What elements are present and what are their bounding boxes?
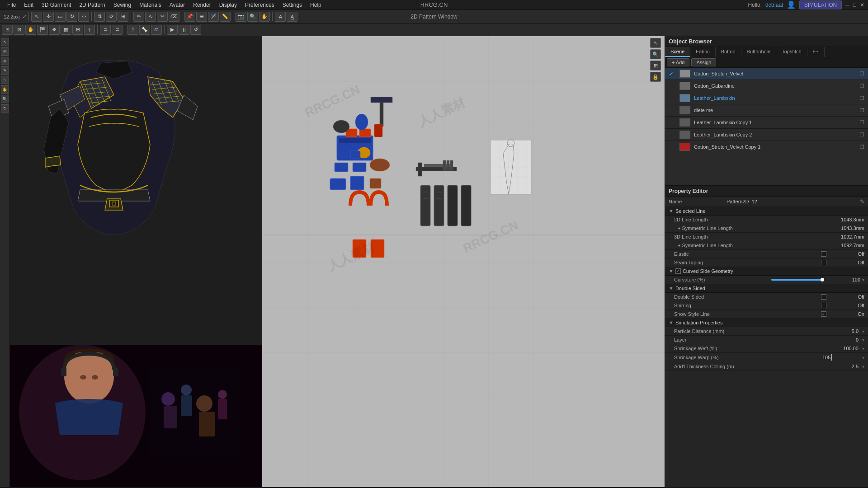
tool-tape[interactable]: 📏 — [220, 12, 231, 22]
pe-particle-distance-edit[interactable]: ▾ — [862, 329, 864, 334]
pe-seam-taping-control[interactable]: Off — [821, 260, 864, 265]
tool-text[interactable]: A — [275, 12, 286, 22]
left-tool-8[interactable]: ↻ — [1, 104, 9, 113]
left-tool-5[interactable]: ⌂ — [1, 76, 9, 84]
menu-display[interactable]: Display — [216, 1, 241, 9]
menu-materials[interactable]: Materials — [136, 1, 165, 9]
tool-zoom[interactable]: 🔍 — [247, 12, 258, 22]
tool-scale[interactable]: ⇔ — [78, 12, 89, 22]
material-item-leather-lambskin-copy1[interactable]: Leather_Lambskin Copy 1 ❐ — [665, 117, 868, 129]
ob-add-button[interactable]: + Add — [667, 58, 689, 66]
tool-bezier[interactable]: ∿ — [145, 12, 156, 22]
menu-2d-pattern[interactable]: 2D Pattern — [75, 1, 108, 9]
tool-cut[interactable]: ✂ — [157, 12, 168, 22]
center-tool-4[interactable]: 🔒 — [650, 72, 661, 82]
close-button[interactable]: ✕ — [860, 2, 864, 8]
pe-section-simulation[interactable]: ▼ Simulation Properties — [665, 319, 868, 327]
tool-draw[interactable]: ✏ — [133, 12, 144, 22]
tool-camera[interactable]: 📷 — [236, 12, 246, 22]
menu-avatar[interactable]: Avatar — [166, 1, 189, 9]
user-icon[interactable]: 👤 — [787, 0, 796, 9]
ob-tab-more[interactable]: F+ — [807, 47, 825, 57]
material-item-cotton-gabardine[interactable]: Cotton_Gabardine ❐ — [665, 80, 868, 92]
menu-sewing[interactable]: Sewing — [110, 1, 135, 9]
tool2-pause[interactable]: ⏸ — [179, 25, 189, 35]
tool2-reset[interactable]: ↺ — [190, 25, 201, 35]
tool-erase[interactable]: ⌫ — [169, 12, 179, 22]
tool2-deselect[interactable]: ⊠ — [14, 25, 24, 35]
tool2-grab[interactable]: ✋ — [25, 25, 36, 35]
tool2-arrange[interactable]: ❖ — [49, 25, 60, 35]
menu-file[interactable]: File — [4, 1, 19, 9]
zoom-expand[interactable]: ⤢ — [22, 14, 26, 19]
pe-checkbox-curved-side[interactable] — [675, 268, 681, 274]
pe-curvature-thumb[interactable] — [821, 278, 824, 282]
tool-rotate[interactable]: ↻ — [66, 12, 77, 22]
pe-show-style-line-control[interactable]: On — [821, 311, 864, 317]
pe-checkbox-show-style-line[interactable] — [821, 311, 826, 317]
pe-checkbox-elastic[interactable] — [821, 251, 826, 257]
material-item-cotton-stretch-velvet-copy1[interactable]: Cotton_Stretch_Velvet Copy 1 ❐ — [665, 141, 868, 153]
tool-text-outline[interactable]: A — [287, 12, 297, 22]
tool-3d-rotate[interactable]: ⟳ — [106, 12, 117, 22]
ob-tab-topstitch[interactable]: Topstitch — [776, 47, 807, 57]
tool2-grid[interactable]: ▦ — [61, 25, 71, 35]
center-tool-1[interactable]: ↖ — [650, 38, 661, 48]
tool-pan[interactable]: ✋ — [259, 12, 270, 22]
left-tool-3[interactable]: ⊕ — [1, 57, 9, 65]
pe-section-curved-side[interactable]: ▼ Curved Side Geometry — [665, 267, 868, 276]
pe-shrinkage-weft-edit[interactable]: ▾ — [862, 346, 864, 351]
ob-assign-button[interactable]: Assign — [691, 58, 716, 66]
tool2-fold[interactable]: ⊃ — [100, 25, 111, 35]
tool-magnet[interactable]: ⊕ — [196, 12, 207, 22]
center-tool-3[interactable]: ⊞ — [650, 61, 661, 70]
tool2-bone[interactable]: 🦴 — [139, 25, 150, 35]
center-tool-2[interactable]: 🔍 — [650, 49, 661, 59]
ob-tab-scene[interactable]: Scene — [665, 47, 690, 57]
pe-double-sided-control[interactable]: Off — [821, 294, 864, 300]
tool2-pattern[interactable]: 🏁 — [37, 25, 48, 35]
material-item-leather-lambskin-copy2[interactable]: Leather_Lambskin Copy 2 ❐ — [665, 129, 868, 141]
tool2-avatar[interactable]: 🕴 — [127, 25, 138, 35]
simulation-button[interactable]: SIMULATION — [799, 0, 842, 9]
tool-sew[interactable]: 🪡 — [208, 12, 219, 22]
menu-settings[interactable]: Settings — [279, 1, 306, 9]
left-tool-4[interactable]: ✎ — [1, 66, 9, 75]
tool2-snap[interactable]: ⊞ — [72, 25, 83, 35]
pe-layer-edit[interactable]: ▾ — [862, 338, 864, 343]
pe-checkbox-seam-taping[interactable] — [821, 260, 826, 265]
pe-checkbox-shirring[interactable] — [821, 303, 826, 308]
menu-preferences[interactable]: Preferences — [241, 1, 278, 9]
tool2-sym[interactable]: ⫯ — [84, 25, 95, 35]
left-tool-1[interactable]: ↖ — [1, 38, 9, 46]
minimize-button[interactable]: ─ — [845, 2, 849, 8]
ob-tab-fabric[interactable]: Fabric — [690, 47, 716, 57]
tool-3d-scale[interactable]: ⊞ — [118, 12, 128, 22]
tool-move[interactable]: ✛ — [43, 12, 54, 22]
tool2-simulate[interactable]: ▶ — [167, 25, 178, 35]
ob-tab-button[interactable]: Button — [716, 47, 741, 57]
left-tool-6[interactable]: ✋ — [1, 85, 9, 94]
tool2-select-all[interactable]: ⊡ — [2, 25, 13, 35]
tool-select[interactable]: ↖ — [31, 12, 42, 22]
pe-curvature-spin[interactable]: ▾ — [862, 277, 864, 282]
ob-tab-buttonhole[interactable]: Buttonhole — [741, 47, 777, 57]
pe-section-double-sided[interactable]: ▼ Double Sided — [665, 284, 868, 293]
pe-curvature-slider[interactable] — [771, 279, 823, 281]
tool-rect[interactable]: ▭ — [55, 12, 66, 22]
pe-shrinkage-warp-edit[interactable]: ▾ — [862, 355, 864, 360]
pe-checkbox-double-sided[interactable] — [821, 294, 826, 300]
tool-3d-move[interactable]: ⇅ — [94, 12, 105, 22]
pe-shirring-control[interactable]: Off — [821, 303, 864, 308]
pe-section-selected-line[interactable]: ▼ Selected Line — [665, 207, 868, 216]
menu-edit[interactable]: Edit — [20, 1, 37, 9]
left-tool-2[interactable]: ◎ — [1, 47, 9, 56]
tool2-weight[interactable]: ⚖ — [151, 25, 162, 35]
pe-add-thickness-edit[interactable]: ▾ — [862, 364, 864, 369]
left-tool-7[interactable]: 🔍 — [1, 95, 9, 103]
material-item-cotton-stretch-velvet[interactable]: ✓ Cotton_Stretch_Velvet ❐ — [665, 68, 868, 80]
maximize-button[interactable]: □ — [853, 2, 856, 8]
tool2-unfold[interactable]: ⊂ — [112, 25, 123, 35]
pe-name-edit-icon[interactable]: ✎ — [860, 198, 864, 205]
material-item-leather-lambskin[interactable]: Leather_Lambskin ❐ — [665, 92, 868, 104]
